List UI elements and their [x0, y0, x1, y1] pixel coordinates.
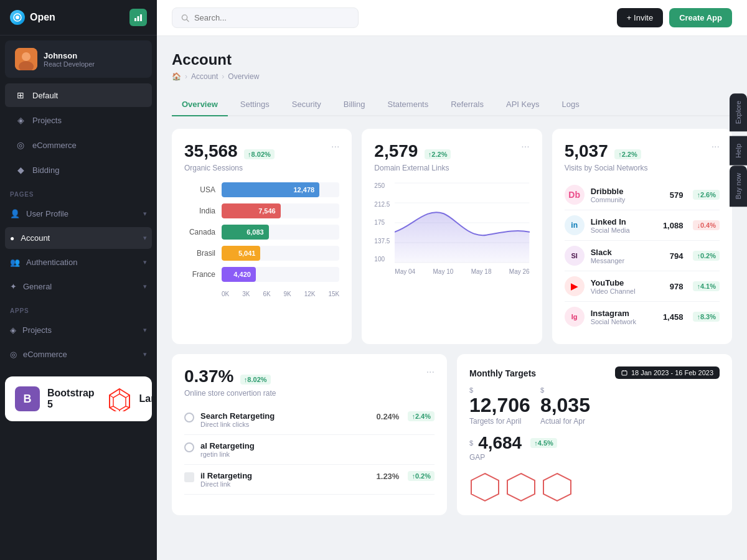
app-logo: Open — [10, 10, 55, 25]
checkbox-icon — [184, 472, 194, 482]
svg-rect-3 — [138, 16, 139, 21]
organic-sessions-card: 35,568 ↑8.02% ··· Organic Sessions USA 1… — [172, 129, 352, 344]
general-icon: ✦ — [10, 282, 17, 291]
chart-icon-btn[interactable] — [129, 9, 147, 26]
domain-badge: ↑2.2% — [425, 149, 451, 159]
card-menu-icon[interactable]: ··· — [426, 366, 435, 378]
social-name: Dribbble — [591, 187, 664, 196]
bar-row-canada: Canada 6,083 — [184, 225, 339, 240]
create-app-button[interactable]: Create App — [669, 8, 732, 27]
sidebar-item-apps-projects[interactable]: ◈ Projects ▾ — [5, 319, 152, 341]
sidebar-item-apps-ecommerce[interactable]: ◎ eCommerce ▾ — [5, 343, 152, 365]
sidebar-item-projects[interactable]: ◈ Projects — [5, 108, 152, 132]
bar-chart: USA 12,478 India 7,546 Canada — [184, 182, 339, 297]
grid-icon: ⊞ — [15, 90, 26, 101]
breadcrumb-overview[interactable]: Overview — [228, 72, 259, 81]
bar-fill: 7,546 — [222, 203, 281, 218]
linkedin-icon: in — [565, 215, 585, 235]
account-icon: ● — [10, 234, 14, 243]
ret-stats: 0.24% ↑2.4% — [377, 411, 435, 421]
user-icon: 👤 — [10, 209, 20, 218]
app-name: Open — [30, 12, 55, 23]
social-name: Linked In — [591, 217, 657, 226]
social-type: Social Network — [591, 318, 657, 325]
tabs-nav: Overview Settings Security Billing State… — [172, 93, 732, 116]
actual-currency: $ — [540, 386, 590, 394]
sidebar-item-general[interactable]: ✦ General ▾ — [5, 276, 152, 297]
target-label: Targets for April — [469, 417, 530, 426]
sidebar: Open Johnson React Developer ⊞ Default ◈… — [0, 0, 157, 560]
gap-row: $ 4,684 ↑4.5% — [469, 433, 720, 453]
breadcrumb-home-icon[interactable]: 🏠 — [172, 72, 181, 81]
tab-settings[interactable]: Settings — [230, 93, 280, 116]
ecommerce-icon: ◎ — [10, 350, 17, 359]
svg-marker-27 — [507, 474, 535, 501]
svg-rect-2 — [134, 18, 136, 21]
sidebar-item-label: Projects — [32, 116, 62, 125]
tab-billing[interactable]: Billing — [334, 93, 375, 116]
group-left: 👥 Authentication — [10, 258, 77, 267]
bar-track: 6,083 — [222, 225, 339, 240]
explore-button[interactable]: Explore — [730, 93, 747, 131]
tab-api-keys[interactable]: API Keys — [496, 93, 549, 116]
ret-pct: 0.24% — [377, 412, 400, 421]
tab-referrals[interactable]: Referrals — [441, 93, 494, 116]
tab-statements[interactable]: Statements — [377, 93, 438, 116]
sidebar-item-default[interactable]: ⊞ Default — [5, 83, 152, 107]
ret-name: Search Retargeting — [200, 411, 275, 421]
sidebar-item-label: Projects — [22, 325, 52, 335]
breadcrumb-account[interactable]: Account — [191, 72, 218, 81]
hex-icon-2 — [505, 472, 537, 503]
y-axis: 250 212.5 175 137.5 100 — [374, 182, 390, 275]
sidebar-item-label: Default — [32, 91, 58, 100]
organic-value: 35,568 — [184, 141, 238, 161]
social-info: YouTube Video Channel — [591, 278, 664, 295]
tab-overview[interactable]: Overview — [172, 93, 228, 116]
card-header: 0.37% ↑8.02% ··· — [184, 366, 435, 386]
x-axis-labels: May 04 May 10 May 18 May 26 — [395, 268, 529, 275]
organic-badge: ↑8.02% — [244, 149, 275, 159]
social-label: Visits by Social Networks — [565, 164, 720, 172]
sidebar-item-authentication[interactable]: 👥 Authentication ▾ — [5, 251, 152, 273]
group-left: ✦ General — [10, 282, 52, 291]
social-type: Social Media — [591, 226, 657, 234]
social-value: 1,458 — [663, 312, 684, 322]
social-value: 978 — [670, 282, 684, 291]
slack-icon: Sl — [565, 246, 585, 266]
ret-desc: Direct link — [200, 480, 252, 488]
group-left: 👤 User Profile — [10, 209, 68, 218]
search-box[interactable] — [172, 7, 359, 28]
list-item: Ig Instagram Social Network 1,458 ↑8.3% — [565, 302, 720, 332]
user-card[interactable]: Johnson React Developer — [5, 40, 152, 78]
sidebar-item-ecommerce[interactable]: ◎ eCommerce — [5, 133, 152, 157]
sidebar-item-user-profile[interactable]: 👤 User Profile ▾ — [5, 203, 152, 225]
right-panel: Explore Help Buy now — [730, 93, 747, 207]
date-range: 18 Jan 2023 - 16 Feb 2023 — [631, 369, 713, 376]
target-value: 12,706 — [469, 394, 530, 417]
projects-icon: ◈ — [10, 325, 16, 335]
invite-button[interactable]: + Invite — [617, 8, 663, 27]
breadcrumb-sep: › — [222, 72, 224, 81]
bootstrap-label: Bootstrap 5 — [47, 388, 95, 410]
buy-now-button[interactable]: Buy now — [730, 166, 747, 207]
sidebar-item-account[interactable]: ● Account ▾ — [5, 227, 152, 249]
tab-security[interactable]: Security — [282, 93, 331, 116]
chart-area: 250 212.5 175 137.5 100 — [374, 182, 529, 275]
card-menu-icon[interactable]: ··· — [331, 141, 339, 152]
help-button[interactable]: Help — [730, 136, 747, 166]
bar-label: France — [184, 270, 215, 279]
social-badge: ↑8.3% — [693, 312, 720, 322]
social-name: Instagram — [591, 309, 657, 318]
search-input[interactable] — [194, 13, 349, 22]
target-value-block: $ 12,706 Targets for April — [469, 386, 530, 426]
tab-logs[interactable]: Logs — [552, 93, 589, 116]
chevron-down-icon: ▾ — [143, 326, 147, 334]
card-menu-icon[interactable]: ··· — [521, 141, 529, 152]
chevron-down-icon: ▾ — [143, 258, 147, 266]
card-menu-icon[interactable]: ··· — [712, 141, 720, 152]
bar-row-france: France 4,420 — [184, 267, 339, 282]
bar-track: 5,041 — [222, 246, 339, 261]
sidebar-item-bidding[interactable]: ◆ Bidding — [5, 158, 152, 182]
chevron-down-icon: ▾ — [143, 282, 147, 291]
line-chart-svg — [395, 182, 529, 263]
